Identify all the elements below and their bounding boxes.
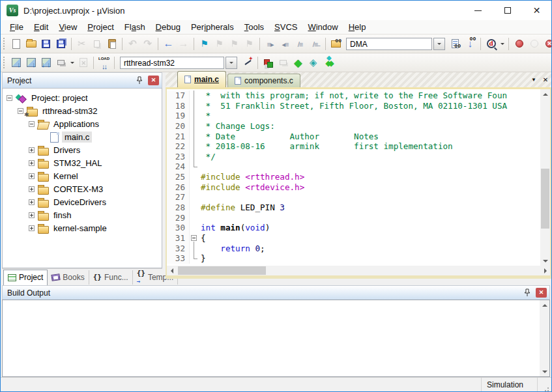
find-text-combo[interactable]: DMA [346, 38, 445, 50]
bookmark-prev-button[interactable] [227, 36, 242, 51]
multi-project-workspace-button[interactable] [276, 55, 291, 70]
save-all-button[interactable] [53, 36, 68, 51]
pack-installer-button[interactable] [321, 55, 336, 70]
stop-build-button[interactable] [76, 55, 91, 70]
toolbar-grip[interactable] [3, 38, 5, 49]
incremental-find-button[interactable] [463, 36, 478, 51]
find-text-combo-dropdown-button[interactable] [433, 38, 445, 50]
build-output-text[interactable] [3, 300, 540, 376]
collapse-icon[interactable] [18, 108, 23, 114]
tree-item-kernel-sample[interactable]: kernel-sample [3, 221, 162, 234]
project-panel-close-button[interactable]: ✕ [148, 76, 159, 85]
menu-item-svcs[interactable]: SVCS [269, 21, 302, 33]
scroll-left-button[interactable] [167, 266, 177, 275]
expand-icon[interactable] [29, 186, 35, 192]
panel-tab-func[interactable]: {}Func... [89, 270, 133, 285]
comment-selection-button[interactable] [293, 36, 308, 51]
options-for-target-button[interactable] [240, 55, 255, 70]
tree-item-applications[interactable]: Applications [3, 117, 162, 130]
editor-tab-main-c[interactable]: main.c [177, 71, 226, 87]
build-output-close-button[interactable]: ✕ [536, 288, 547, 298]
document-close-button[interactable]: ✕ [540, 73, 551, 86]
tree-item-project-project[interactable]: Project: project [3, 91, 162, 104]
tree-item-devicedrivers[interactable]: DeviceDrivers [3, 195, 162, 208]
fold-collapse-icon[interactable] [191, 235, 197, 241]
menu-item-debug[interactable]: Debug [151, 21, 186, 33]
panel-tab-project[interactable]: Project [3, 270, 48, 285]
pin-button[interactable] [134, 76, 145, 85]
open-file-button[interactable] [23, 36, 38, 51]
expand-icon[interactable] [29, 212, 35, 218]
target-select-combo[interactable]: rtthread-stm32 [120, 57, 237, 69]
indent-button[interactable] [263, 36, 278, 51]
menu-item-view[interactable]: View [53, 21, 82, 33]
close-button[interactable]: ✕ [522, 1, 551, 20]
menu-item-window[interactable]: Window [302, 21, 343, 33]
tree-item-cortex-m3[interactable]: CORTEX-M3 [3, 182, 162, 195]
target-select-combo-dropdown-button[interactable] [225, 57, 237, 69]
scroll-down-button[interactable] [540, 256, 550, 266]
expand-icon[interactable] [29, 160, 35, 166]
navigate-forward-button[interactable] [176, 36, 191, 51]
redo-button[interactable] [140, 36, 155, 51]
menu-item-file[interactable]: File [5, 21, 29, 33]
copy-button[interactable] [89, 36, 104, 51]
editor-tab-components-c[interactable]: components.c [227, 74, 300, 87]
menu-item-peripherals[interactable]: Peripherals [186, 21, 239, 33]
resize-grip[interactable] [537, 378, 551, 391]
vertical-scroll-thumb[interactable] [541, 169, 549, 229]
uncomment-selection-button[interactable] [308, 36, 323, 51]
editor-vertical-scrollbar[interactable] [540, 89, 550, 266]
paste-button[interactable] [104, 36, 119, 51]
menu-item-project[interactable]: Project [82, 21, 119, 33]
expand-icon[interactable] [29, 225, 35, 231]
tree-item-rtthread-stm32[interactable]: ✱rtthread-stm32 [3, 104, 162, 117]
horizontal-scroll-thumb[interactable] [178, 266, 266, 275]
code-editor[interactable]: 17 * with this program; if not, write to… [167, 89, 540, 266]
find-in-files-dialog-button[interactable] [448, 36, 463, 51]
kill-all-breakpoints-button[interactable] [542, 36, 551, 51]
tree-item-main-c[interactable]: main.c [3, 130, 162, 143]
download-load-button[interactable] [96, 55, 111, 70]
scroll-up-button[interactable] [540, 89, 550, 99]
save-button[interactable] [38, 36, 53, 51]
new-file-button[interactable] [8, 36, 23, 51]
tree-item-stm32-hal[interactable]: STM32_HAL [3, 156, 162, 169]
disable-breakpoint-button[interactable] [527, 36, 542, 51]
scroll-down-button[interactable] [540, 367, 549, 376]
expand-icon[interactable] [29, 147, 35, 153]
translate-file-button[interactable] [8, 55, 23, 70]
tree-item-drivers[interactable]: Drivers [3, 143, 162, 156]
menu-item-flash[interactable]: Flash [119, 21, 151, 33]
maximize-button[interactable] [493, 1, 522, 20]
tree-item-kernel[interactable]: Kernel [3, 169, 162, 182]
scroll-right-button[interactable] [540, 266, 550, 275]
menu-item-help[interactable]: Help [343, 21, 371, 33]
insert-breakpoint-button[interactable] [512, 36, 527, 51]
dropdown-caret-icon[interactable] [68, 55, 76, 70]
rebuild-all-button[interactable] [38, 55, 53, 70]
undo-button[interactable] [125, 36, 140, 51]
expand-icon[interactable] [29, 199, 35, 205]
find-in-files-button[interactable] [328, 36, 343, 51]
manage-project-items-button[interactable] [261, 55, 276, 70]
unindent-button[interactable] [278, 36, 293, 51]
dropdown-caret-icon[interactable] [499, 36, 506, 51]
tab-list-button[interactable]: ▼ [528, 73, 540, 86]
expand-icon[interactable] [29, 173, 35, 179]
bookmark-clear-all-button[interactable] [242, 36, 257, 51]
scroll-up-button[interactable] [540, 300, 549, 310]
cut-button[interactable] [74, 36, 89, 51]
build-pin-button[interactable] [522, 288, 532, 298]
tree-item-finsh[interactable]: finsh [3, 208, 162, 221]
bookmark-toggle-button[interactable] [197, 36, 212, 51]
collapse-icon[interactable] [7, 95, 12, 101]
bookmark-next-button[interactable] [212, 36, 227, 51]
debug-restore-views-button[interactable] [484, 36, 499, 51]
build-output-scrollbar[interactable] [540, 300, 549, 376]
panel-tab-books[interactable]: Books [48, 270, 89, 285]
fold-margin-mark[interactable] [189, 233, 198, 244]
select-software-packs-button[interactable] [306, 55, 321, 70]
editor-horizontal-scrollbar[interactable] [167, 266, 550, 275]
batch-build-button[interactable] [53, 55, 68, 70]
